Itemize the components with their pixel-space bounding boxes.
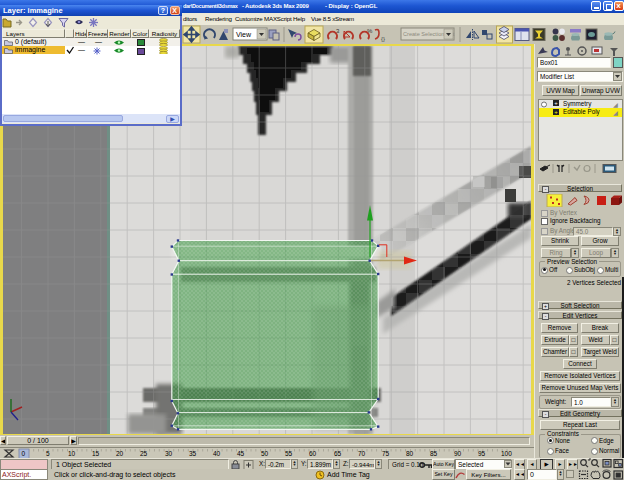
svg-text:3: 3 — [336, 28, 340, 34]
svg-text:%: % — [367, 28, 373, 34]
svg-text:{}: {} — [381, 36, 385, 42]
svg-text:View: View — [236, 31, 252, 38]
